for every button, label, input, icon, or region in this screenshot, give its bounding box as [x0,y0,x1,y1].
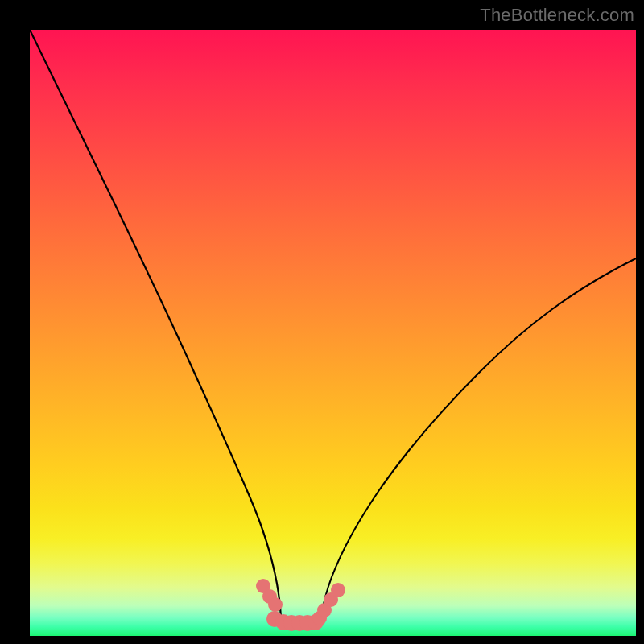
valley-markers [256,579,345,631]
right-curve [320,258,636,622]
watermark-text: TheBottleneck.com [480,5,634,26]
svg-point-12 [331,583,345,597]
chart-stage: TheBottleneck.com [0,0,644,644]
chart-svg [30,30,636,636]
left-curve [30,30,281,622]
svg-point-2 [268,597,283,612]
plot-area [30,30,636,636]
